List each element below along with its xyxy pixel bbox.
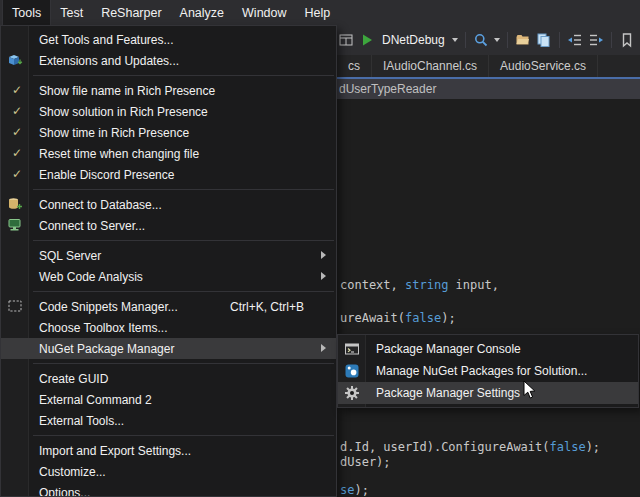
indent-icon[interactable] [588,32,604,48]
toolbar-icons: DNetDebug [338,25,640,55]
menu-item-enable-discord-presence[interactable]: ✓Enable Discord Presence [1,164,336,185]
mouse-cursor [523,380,536,400]
menu-item-label: Package Manager Console [376,342,521,356]
menu-item-label: Show solution in Rich Presence [39,105,208,119]
menu-item-label: NuGet Package Manager [39,342,174,356]
menu-item-get-tools-and-features[interactable]: Get Tools and Features... [1,29,336,50]
menu-item-label: Get Tools and Features... [39,33,174,47]
toolbar-separator [611,32,612,48]
toolbar-separator [507,32,508,48]
debug-target-dropdown[interactable]: DNetDebug [382,33,445,47]
menubar-item-help[interactable]: Help [296,0,340,25]
menu-item-label: Show file name in Rich Presence [39,84,215,98]
server-icon [7,217,23,233]
menu-item-label: Show time in Rich Presence [39,126,189,140]
menu-item-label: Reset time when changing file [39,147,199,161]
menu-item-sql-server[interactable]: SQL Server [1,245,336,266]
tab-cs[interactable]: cs [337,55,372,77]
menu-separator [33,435,334,436]
menu-item-package-manager-settings[interactable]: Package Manager Settings [338,382,638,404]
code-line: se); [340,483,369,497]
menu-item-label: Options... [39,486,90,497]
menu-item-customize[interactable]: Customize... [1,461,336,482]
menu-item-create-guid[interactable]: Create GUID [1,368,336,389]
menu-item-nuget-package-manager[interactable]: NuGet Package Manager [1,338,336,359]
extensions-icon [7,52,23,68]
tools-menu: Get Tools and Features...Extensions and … [0,25,337,497]
menu-item-connect-to-database[interactable]: Connect to Database... [1,194,336,215]
menu-item-external-command-2[interactable]: External Command 2 [1,389,336,410]
menu-item-label: Extensions and Updates... [39,54,179,68]
menu-item-extensions-and-updates[interactable]: Extensions and Updates... [1,50,336,71]
window-grid-icon[interactable] [338,32,354,48]
tab-iaudiochannel-cs[interactable]: IAudioChannel.cs [372,55,489,77]
menubar-item-analyze[interactable]: Analyze [171,0,233,25]
checkmark-icon: ✓ [9,122,25,143]
menu-item-code-snippets-manager[interactable]: Code Snippets Manager...Ctrl+K, Ctrl+B [1,296,336,317]
dropdown-caret-icon[interactable] [452,38,458,42]
menubar-item-tools[interactable]: Tools [2,0,51,25]
snippets-icon [7,298,23,314]
toolbar-separator [465,32,466,48]
menu-item-label: Code Snippets Manager... [39,300,178,314]
checkmark-icon: ✓ [9,80,25,101]
outdent-icon[interactable] [567,32,583,48]
menu-item-show-file-name-in-rich-presence[interactable]: ✓Show file name in Rich Presence [1,80,336,101]
gear-icon [344,385,360,401]
menu-item-web-code-analysis[interactable]: Web Code Analysis [1,266,336,287]
menu-shortcut: Ctrl+K, Ctrl+B [230,300,304,314]
checkmark-icon: ✓ [9,101,25,122]
breadcrumb-text: dUserTypeReader [339,79,436,99]
menu-item-label: Connect to Server... [39,219,145,233]
nuget-submenu: Package Manager ConsoleManage NuGet Pack… [337,334,639,408]
nuget-submenu-items: Package Manager ConsoleManage NuGet Pack… [338,335,638,404]
menu-item-connect-to-server[interactable]: Connect to Server... [1,215,336,236]
menu-separator [33,75,334,76]
code-line: context, string input, [340,278,499,292]
save-all-icon[interactable] [536,32,552,48]
find-icon[interactable] [473,32,489,48]
menu-item-label: External Command 2 [39,393,152,407]
submenu-arrow-icon [321,251,326,259]
menu-item-package-manager-console[interactable]: Package Manager Console [338,338,638,360]
menu-item-reset-time-when-changing-file[interactable]: ✓Reset time when changing file [1,143,336,164]
menu-item-options[interactable]: Options... [1,482,336,497]
menu-separator [33,189,334,190]
code-line: dUser); [340,455,391,469]
dropdown-caret-icon[interactable] [494,38,500,42]
menu-item-label: Web Code Analysis [39,270,143,284]
menu-item-show-time-in-rich-presence[interactable]: ✓Show time in Rich Presence [1,122,336,143]
checkmark-icon: ✓ [9,143,25,164]
menu-item-label: Package Manager Settings [376,386,520,400]
menu-item-label: Manage NuGet Packages for Solution... [376,364,587,378]
menu-item-external-tools[interactable]: External Tools... [1,410,336,431]
menu-item-choose-toolbox-items[interactable]: Choose Toolbox Items... [1,317,336,338]
menu-item-label: Create GUID [39,372,108,386]
toolbar-separator [559,32,560,48]
database-icon [7,196,23,212]
menubar-item-window[interactable]: Window [233,0,295,25]
menu-separator [33,363,334,364]
console-icon [344,341,360,357]
menu-separator [33,240,334,241]
menu-item-label: Connect to Database... [39,198,162,212]
play-icon[interactable] [359,32,375,48]
code-line: ureAwait(false); [340,311,456,325]
nuget-icon [344,363,360,379]
menu-item-label: SQL Server [39,249,101,263]
code-line: d.Id, userId).ConfigureAwait(false); [340,440,600,454]
menu-item-label: External Tools... [39,414,124,428]
submenu-arrow-icon [321,344,326,352]
menu-item-label: Choose Toolbox Items... [39,321,168,335]
open-folder-icon[interactable] [515,32,531,48]
menu-item-show-solution-in-rich-presence[interactable]: ✓Show solution in Rich Presence [1,101,336,122]
menubar: ToolsTestReSharperAnalyzeWindowHelp [0,0,640,25]
bookmark-icon[interactable] [619,32,635,48]
menu-item-import-and-export-settings[interactable]: Import and Export Settings... [1,440,336,461]
menubar-item-resharper[interactable]: ReSharper [92,0,170,25]
tools-menu-items: Get Tools and Features...Extensions and … [1,26,336,497]
menu-item-label: Customize... [39,465,106,479]
tab-audioservice-cs[interactable]: AudioService.cs [489,55,598,77]
menu-item-manage-nuget-packages-for-solution[interactable]: Manage NuGet Packages for Solution... [338,360,638,382]
menubar-item-test[interactable]: Test [51,0,92,25]
